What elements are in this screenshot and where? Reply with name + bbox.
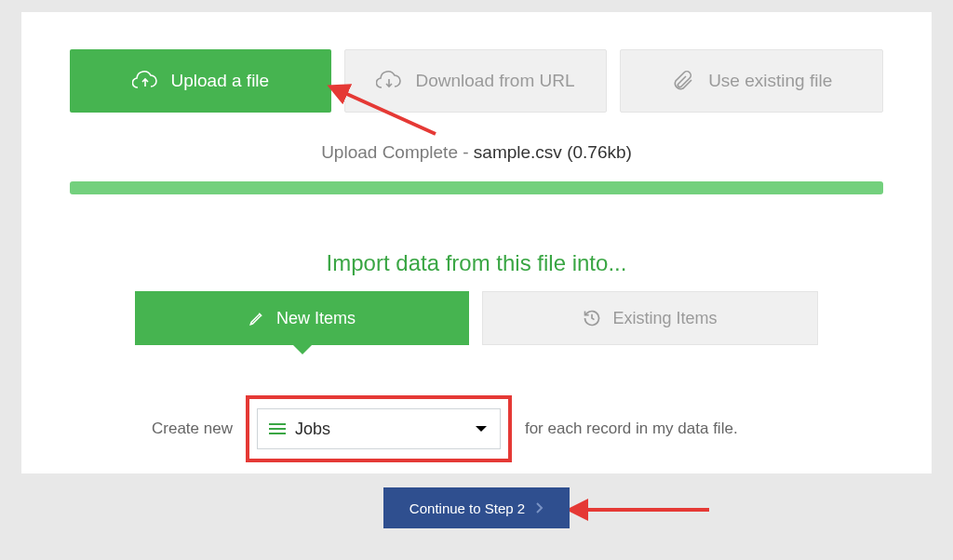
post-type-select[interactable]: Jobs bbox=[257, 408, 501, 449]
tab-existing-label: Use existing file bbox=[708, 71, 832, 91]
sentence-after: for each record in my data file. bbox=[525, 420, 738, 438]
tab-new-items[interactable]: New Items bbox=[135, 291, 469, 345]
upload-status: Upload Complete - sample.csv (0.76kb) bbox=[21, 142, 932, 163]
cloud-upload-icon bbox=[132, 70, 158, 92]
annotation-arrow-continue bbox=[570, 493, 718, 530]
annotation-highlight-box: Jobs bbox=[246, 395, 512, 462]
import-heading: Import data from this file into... bbox=[21, 250, 932, 276]
chevron-down-icon bbox=[476, 426, 487, 437]
chevron-right-icon bbox=[534, 501, 544, 514]
upload-progress-bar bbox=[70, 181, 883, 194]
tab-new-items-label: New Items bbox=[276, 309, 356, 328]
tab-upload-file[interactable]: Upload a file bbox=[70, 49, 331, 113]
continue-button-label: Continue to Step 2 bbox=[409, 500, 525, 516]
sentence-before: Create new bbox=[152, 420, 233, 438]
import-panel: Upload a file Download from URL Use exis… bbox=[20, 11, 933, 474]
pencil-icon bbox=[248, 310, 265, 327]
upload-status-prefix: Upload Complete - bbox=[321, 142, 474, 162]
tab-download-label: Download from URL bbox=[415, 71, 574, 91]
paperclip-icon bbox=[671, 70, 695, 92]
continue-button[interactable]: Continue to Step 2 bbox=[383, 487, 570, 528]
tab-existing-items[interactable]: Existing Items bbox=[482, 291, 818, 345]
import-mode-row: New Items Existing Items bbox=[135, 291, 818, 345]
list-icon bbox=[269, 428, 286, 430]
create-new-sentence: Create new Jobs for each record in my da… bbox=[152, 395, 801, 462]
tab-download-url[interactable]: Download from URL bbox=[344, 49, 608, 113]
history-icon bbox=[583, 309, 601, 327]
post-type-select-value: Jobs bbox=[295, 420, 330, 439]
tab-upload-label: Upload a file bbox=[171, 71, 270, 91]
upload-status-filename: sample.csv bbox=[474, 142, 562, 162]
tab-existing-items-label: Existing Items bbox=[612, 309, 717, 328]
source-tab-row: Upload a file Download from URL Use exis… bbox=[70, 49, 883, 113]
tab-existing-file[interactable]: Use existing file bbox=[620, 49, 883, 113]
upload-status-size: (0.76kb) bbox=[562, 142, 632, 162]
cloud-download-icon bbox=[376, 70, 402, 92]
